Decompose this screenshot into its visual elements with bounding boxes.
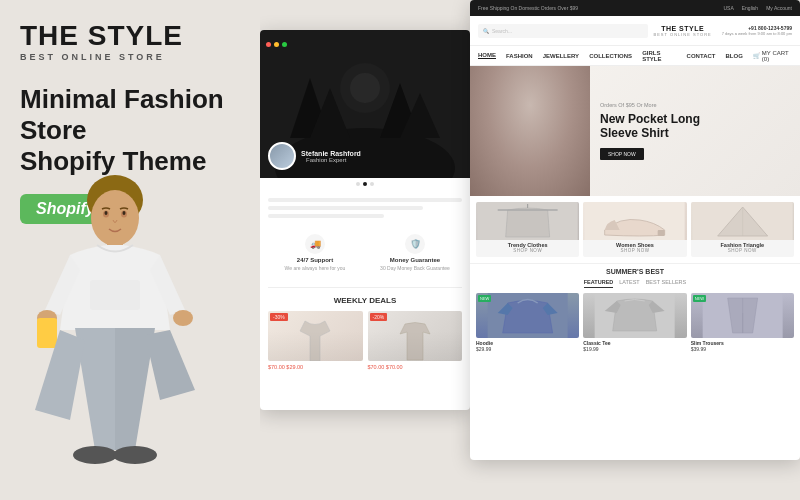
cat-shop-0[interactable]: SHOP NOW [479,248,576,253]
blog-author-sub: Fashion Expert [306,157,361,163]
hoodie-svg [476,293,579,338]
fashion-triangle-svg [691,202,794,240]
trendy-clothes-svg [476,202,579,240]
nav-fashion[interactable]: FASHION [506,53,533,59]
wd-sale-badge-0: -30% [270,313,288,321]
weekly-deals-section: WEEKLY DEALS -30% $70.00 $29.00 [268,287,462,370]
wd-new-price-0: $29.00 [286,364,303,370]
mr-hero-section: Orders Of $95 Or More New Pocket LongSle… [470,66,800,196]
search-bar[interactable]: 🔍 Search... [478,24,648,38]
wd-product-img-0: -30% [268,311,363,361]
man-svg [15,170,215,500]
wd-product-price-1: $70.00 $70.00 [368,364,463,370]
phone-sub: 7 days a week from 9:00 am to 8:00 pm [722,31,792,36]
svg-rect-35 [658,230,665,236]
feature-sub-1: 30 Day Money Back Guarantee [372,265,458,271]
svg-point-6 [113,446,157,464]
summers-best-section: SUMMER'S BEST FEATURED LATEST BEST SELLE… [470,263,800,356]
svg-point-24 [519,95,525,99]
svg-point-23 [510,79,550,123]
mockup-hero-banner: Stefanie Rashford Fashion Expert [260,58,470,178]
support-icon: 🚚 [305,234,325,254]
women-shoes-svg [583,202,686,240]
nav-contact[interactable]: CONTACT [687,53,716,59]
cat-img-1 [583,202,686,240]
tab-featured[interactable]: FEATURED [584,279,614,288]
nav-collections[interactable]: COLLECTIONS [589,53,632,59]
cat-label-1: Women Shoes SHOP NOW [583,240,686,255]
blog-author-avatar [268,142,296,170]
cart-icon: 🛒 [753,52,760,59]
trousers-svg [691,293,794,338]
cat-img-2 [691,202,794,240]
nav-brand-name: THE STYLE [654,25,712,32]
summer-product-2: NEW Slim Trousers $39.99 [691,293,794,352]
tab-latest[interactable]: LATEST [619,279,639,288]
summers-title: SUMMER'S BEST [476,268,794,275]
text-line-1 [268,198,462,202]
search-icon: 🔍 [483,28,489,34]
category-1: Women Shoes SHOP NOW [583,202,686,257]
weekly-deals-products: -30% $70.00 $29.00 -20 [268,311,462,370]
carousel-dots [260,178,470,190]
wd-old-price-0: $70.00 [268,364,285,370]
sum-prod-img-0: NEW [476,293,579,338]
wd-product-0: -30% $70.00 $29.00 [268,311,363,370]
svg-point-25 [535,95,541,99]
weekly-deals-title: WEEKLY DEALS [268,296,462,305]
cat-shop-1[interactable]: SHOP NOW [586,248,683,253]
nav-brand-sub: BEST ONLINE STORE [654,32,712,37]
dot-green [282,42,287,47]
jacket-svg [290,316,340,361]
wd-product-1: -20% $70.00 $70.00 [368,311,463,370]
brand-name: THE STYLE [20,22,250,50]
svg-rect-12 [37,318,57,348]
shirt-svg [390,316,440,361]
nav-blog[interactable]: BLOG [726,53,743,59]
new-badge-0: NEW [478,295,491,302]
svg-point-20 [350,73,380,103]
summer-tabs: FEATURED LATEST BEST SELLERS [476,279,794,288]
svg-rect-30 [523,119,537,127]
mr-navbar: 🔍 Search... THE STYLE BEST ONLINE STORE … [470,16,800,46]
nav-brand: THE STYLE BEST ONLINE STORE [654,25,712,37]
feature-sub-0: We are always here for you [272,265,358,271]
svg-point-22 [504,74,556,114]
text-line-2 [268,206,423,210]
language-selector[interactable]: USA [723,5,733,11]
tab-best-sellers[interactable]: BEST SELLERS [646,279,687,288]
feature-title-1: Money Guarantee [372,257,458,263]
brand-logo: THE STYLE BEST ONLINE STORE [20,22,250,62]
cart-button[interactable]: 🛒 MY CART (0) [753,50,792,62]
new-badge-2: NEW [693,295,706,302]
feature-guarantee: 🛡️ Money Guarantee 30 Day Money Back Gua… [368,228,462,277]
nav-home[interactable]: HOME [478,52,496,59]
text-line-3 [268,214,384,218]
svg-rect-21 [470,66,590,196]
nav-jewellery[interactable]: JEWELLERY [543,53,579,59]
blog-author-name: Stefanie Rashford [301,150,361,157]
summer-product-1: Classic Tee $19.99 [583,293,686,352]
svg-point-5 [73,446,117,464]
account-link[interactable]: My Account [766,5,792,11]
dot-3 [370,182,374,186]
nav-girls-style[interactable]: GIRLS STYLE [642,50,676,62]
search-placeholder: Search... [492,28,512,34]
hero-orders-text: Orders Of $95 Or More [600,102,790,108]
guarantee-icon: 🛡️ [405,234,425,254]
features-grid: 🚚 24/7 Support We are always here for yo… [268,228,462,277]
mockup-right: Free Shipping On Domestic Orders Over $9… [470,0,800,460]
cat-shop-2[interactable]: SHOP NOW [694,248,791,253]
wd-sale-badge-1: -20% [370,313,388,321]
hero-title: New Pocket LongSleeve Shirt [600,112,790,141]
currency-selector[interactable]: English [742,5,758,11]
mockup-left: Stefanie Rashford Fashion Expert 🚚 24/7 … [260,30,470,410]
summer-product-0: NEW Hoodie $29.99 [476,293,579,352]
man-model [15,170,215,500]
hero-shop-button[interactable]: SHOP NOW [600,148,644,160]
mr-navmenu: HOME FASHION JEWELLERY COLLECTIONS GIRLS… [470,46,800,66]
tee-svg [583,293,686,338]
mr-topbar: Free Shipping On Domestic Orders Over $9… [470,0,800,16]
svg-point-1 [91,190,139,246]
shipping-text: Free Shipping On Domestic Orders Over $9… [478,5,578,11]
